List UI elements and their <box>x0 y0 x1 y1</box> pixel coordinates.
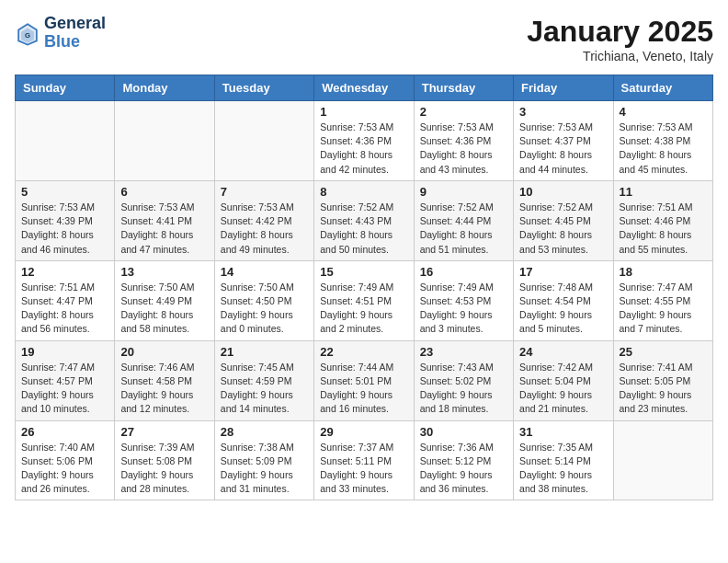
day-number: 27 <box>120 425 208 439</box>
calendar-cell: 18Sunrise: 7:47 AM Sunset: 4:55 PM Dayli… <box>613 260 712 340</box>
day-info: Sunrise: 7:47 AM Sunset: 4:57 PM Dayligh… <box>21 361 108 417</box>
calendar-cell: 11Sunrise: 7:51 AM Sunset: 4:46 PM Dayli… <box>613 180 712 260</box>
day-info: Sunrise: 7:49 AM Sunset: 4:51 PM Dayligh… <box>320 281 407 337</box>
day-info: Sunrise: 7:53 AM Sunset: 4:36 PM Dayligh… <box>420 121 507 177</box>
calendar-cell: 22Sunrise: 7:44 AM Sunset: 5:01 PM Dayli… <box>314 340 414 420</box>
calendar-cell: 3Sunrise: 7:53 AM Sunset: 4:37 PM Daylig… <box>514 101 613 181</box>
calendar-cell: 25Sunrise: 7:41 AM Sunset: 5:05 PM Dayli… <box>613 340 712 420</box>
calendar-cell: 23Sunrise: 7:43 AM Sunset: 5:02 PM Dayli… <box>414 340 513 420</box>
calendar-cell <box>16 101 115 181</box>
day-info: Sunrise: 7:45 AM Sunset: 4:59 PM Dayligh… <box>221 361 308 417</box>
calendar-cell: 14Sunrise: 7:50 AM Sunset: 4:50 PM Dayli… <box>214 260 313 340</box>
day-number: 29 <box>320 425 407 439</box>
calendar-cell: 20Sunrise: 7:46 AM Sunset: 4:58 PM Dayli… <box>115 340 214 420</box>
weekday-header-wednesday: Wednesday <box>314 75 414 101</box>
weekday-header-saturday: Saturday <box>613 75 712 101</box>
weekday-header-monday: Monday <box>115 75 214 101</box>
day-number: 18 <box>620 265 707 279</box>
day-number: 3 <box>519 105 607 119</box>
calendar-week-1: 1Sunrise: 7:53 AM Sunset: 4:36 PM Daylig… <box>16 101 713 181</box>
calendar-cell <box>214 101 313 181</box>
day-info: Sunrise: 7:36 AM Sunset: 5:12 PM Dayligh… <box>420 441 507 497</box>
calendar-cell: 6Sunrise: 7:53 AM Sunset: 4:41 PM Daylig… <box>115 180 214 260</box>
day-number: 17 <box>519 265 607 279</box>
logo: G GeneralBlue <box>15 15 106 52</box>
day-number: 12 <box>21 265 108 279</box>
calendar-week-3: 12Sunrise: 7:51 AM Sunset: 4:47 PM Dayli… <box>16 260 713 340</box>
day-number: 22 <box>320 345 407 359</box>
calendar-cell: 21Sunrise: 7:45 AM Sunset: 4:59 PM Dayli… <box>214 340 313 420</box>
month-title: January 2025 <box>527 15 713 49</box>
calendar-cell: 26Sunrise: 7:40 AM Sunset: 5:06 PM Dayli… <box>16 420 115 500</box>
calendar-table: SundayMondayTuesdayWednesdayThursdayFrid… <box>15 75 713 500</box>
day-info: Sunrise: 7:49 AM Sunset: 4:53 PM Dayligh… <box>420 281 507 337</box>
day-info: Sunrise: 7:53 AM Sunset: 4:39 PM Dayligh… <box>21 201 108 257</box>
weekday-header-row: SundayMondayTuesdayWednesdayThursdayFrid… <box>16 75 713 101</box>
calendar-cell <box>115 101 214 181</box>
day-info: Sunrise: 7:46 AM Sunset: 4:58 PM Dayligh… <box>120 361 208 417</box>
day-number: 26 <box>21 425 108 439</box>
day-info: Sunrise: 7:53 AM Sunset: 4:36 PM Dayligh… <box>320 121 407 177</box>
calendar-cell: 28Sunrise: 7:38 AM Sunset: 5:09 PM Dayli… <box>214 420 313 500</box>
day-info: Sunrise: 7:42 AM Sunset: 5:04 PM Dayligh… <box>519 361 607 417</box>
calendar-cell: 19Sunrise: 7:47 AM Sunset: 4:57 PM Dayli… <box>16 340 115 420</box>
day-info: Sunrise: 7:53 AM Sunset: 4:41 PM Dayligh… <box>120 201 208 257</box>
day-number: 15 <box>320 265 407 279</box>
day-info: Sunrise: 7:47 AM Sunset: 4:55 PM Dayligh… <box>620 281 707 337</box>
calendar-cell: 7Sunrise: 7:53 AM Sunset: 4:42 PM Daylig… <box>214 180 313 260</box>
day-number: 9 <box>420 185 507 199</box>
calendar-cell: 24Sunrise: 7:42 AM Sunset: 5:04 PM Dayli… <box>514 340 613 420</box>
calendar-cell: 16Sunrise: 7:49 AM Sunset: 4:53 PM Dayli… <box>414 260 513 340</box>
day-info: Sunrise: 7:38 AM Sunset: 5:09 PM Dayligh… <box>221 441 308 497</box>
day-number: 8 <box>320 185 407 199</box>
day-number: 28 <box>221 425 308 439</box>
calendar-week-4: 19Sunrise: 7:47 AM Sunset: 4:57 PM Dayli… <box>16 340 713 420</box>
calendar-cell: 30Sunrise: 7:36 AM Sunset: 5:12 PM Dayli… <box>414 420 513 500</box>
day-info: Sunrise: 7:40 AM Sunset: 5:06 PM Dayligh… <box>21 441 108 497</box>
page-header: G GeneralBlue January 2025 Trichiana, Ve… <box>15 15 713 63</box>
calendar-cell: 4Sunrise: 7:53 AM Sunset: 4:38 PM Daylig… <box>613 101 712 181</box>
weekday-header-thursday: Thursday <box>414 75 513 101</box>
day-info: Sunrise: 7:44 AM Sunset: 5:01 PM Dayligh… <box>320 361 407 417</box>
logo-icon: G <box>15 20 40 46</box>
calendar-cell: 29Sunrise: 7:37 AM Sunset: 5:11 PM Dayli… <box>314 420 414 500</box>
day-info: Sunrise: 7:35 AM Sunset: 5:14 PM Dayligh… <box>519 441 607 497</box>
day-info: Sunrise: 7:43 AM Sunset: 5:02 PM Dayligh… <box>420 361 507 417</box>
day-info: Sunrise: 7:37 AM Sunset: 5:11 PM Dayligh… <box>320 441 407 497</box>
day-info: Sunrise: 7:50 AM Sunset: 4:49 PM Dayligh… <box>120 281 208 337</box>
day-info: Sunrise: 7:53 AM Sunset: 4:37 PM Dayligh… <box>519 121 607 177</box>
calendar-week-5: 26Sunrise: 7:40 AM Sunset: 5:06 PM Dayli… <box>16 420 713 500</box>
day-number: 23 <box>420 345 507 359</box>
weekday-header-tuesday: Tuesday <box>214 75 313 101</box>
calendar-cell: 2Sunrise: 7:53 AM Sunset: 4:36 PM Daylig… <box>414 101 513 181</box>
calendar-cell: 17Sunrise: 7:48 AM Sunset: 4:54 PM Dayli… <box>514 260 613 340</box>
day-number: 16 <box>420 265 507 279</box>
title-block: January 2025 Trichiana, Veneto, Italy <box>527 15 713 63</box>
day-number: 5 <box>21 185 108 199</box>
calendar-cell: 8Sunrise: 7:52 AM Sunset: 4:43 PM Daylig… <box>314 180 414 260</box>
weekday-header-sunday: Sunday <box>16 75 115 101</box>
day-number: 4 <box>620 105 707 119</box>
calendar-week-2: 5Sunrise: 7:53 AM Sunset: 4:39 PM Daylig… <box>16 180 713 260</box>
day-info: Sunrise: 7:51 AM Sunset: 4:47 PM Dayligh… <box>21 281 108 337</box>
day-number: 30 <box>420 425 507 439</box>
day-number: 25 <box>620 345 707 359</box>
svg-text:G: G <box>25 31 30 40</box>
day-number: 7 <box>221 185 308 199</box>
location-subtitle: Trichiana, Veneto, Italy <box>527 49 713 63</box>
day-number: 13 <box>120 265 208 279</box>
day-info: Sunrise: 7:53 AM Sunset: 4:42 PM Dayligh… <box>221 201 308 257</box>
day-number: 21 <box>221 345 308 359</box>
day-number: 14 <box>221 265 308 279</box>
calendar-cell: 15Sunrise: 7:49 AM Sunset: 4:51 PM Dayli… <box>314 260 414 340</box>
day-number: 2 <box>420 105 507 119</box>
day-info: Sunrise: 7:50 AM Sunset: 4:50 PM Dayligh… <box>221 281 308 337</box>
day-number: 19 <box>21 345 108 359</box>
day-number: 11 <box>620 185 707 199</box>
day-info: Sunrise: 7:39 AM Sunset: 5:08 PM Dayligh… <box>120 441 208 497</box>
weekday-header-friday: Friday <box>514 75 613 101</box>
day-info: Sunrise: 7:53 AM Sunset: 4:38 PM Dayligh… <box>620 121 707 177</box>
day-info: Sunrise: 7:52 AM Sunset: 4:44 PM Dayligh… <box>420 201 507 257</box>
day-number: 24 <box>519 345 607 359</box>
calendar-cell: 1Sunrise: 7:53 AM Sunset: 4:36 PM Daylig… <box>314 101 414 181</box>
